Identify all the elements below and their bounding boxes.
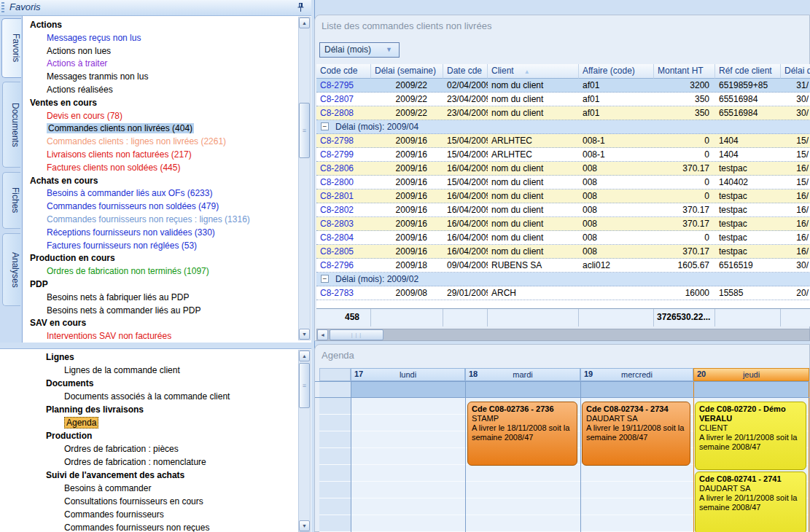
column-header-1[interactable]: Délai (semaine) [371,64,443,79]
agenda-event[interactable]: Cde C08-02720 - Démo VERALUCLIENTA livre… [695,402,806,470]
table-row[interactable]: C8-28042009/1616/04/2009nom du client008… [316,231,810,245]
tab-favoris[interactable]: Favoris [1,18,21,78]
table-row[interactable]: C8-28032009/1616/04/2009nom du client008… [316,217,810,231]
favorites-item[interactable]: Besoins nets à commander liés au PDP [23,305,311,318]
context-item[interactable]: Commandes fournisseurs non reçues [0,521,311,532]
favorites-item-label: Ventes en cours [30,98,97,108]
scrollbar-thumb[interactable] [299,363,310,408]
table-cell: 0 [654,231,715,244]
context-item-label: Commandes fournisseurs non reçues [64,523,209,532]
table-row[interactable]: C8-27832009/0829/01/2009ARCH160001558520… [316,286,810,300]
horizontal-splitter[interactable] [0,343,311,348]
agenda-event[interactable]: Cde C08-02736 - 2736STAMPA livrer le 18/… [467,402,577,466]
day-header-mardi[interactable]: 18mardi [465,368,580,381]
table-cell: C8-2796 [316,259,371,272]
scrollbar-thumb[interactable] [299,103,310,158]
table-row[interactable]: C8-27952009/2202/04/2009nom du clientaf0… [316,79,810,93]
table-row[interactable]: C8-27982009/1615/04/2009ARLHTEC008-10140… [316,134,810,148]
drag-grip[interactable] [1,2,4,13]
table-cell: 09/04/2009 [443,259,488,272]
agenda-event[interactable]: Cde C08-02741 - 2741DAUDART SAA livrer l… [695,472,806,532]
favorites-item[interactable]: Actions réalisées [23,84,311,97]
table-row[interactable]: C8-28082009/2223/04/2009nom du clientaf0… [316,106,810,120]
day-header-mercredi[interactable]: 19mercredi [580,368,693,381]
allday-cell-mercredi[interactable] [580,382,693,397]
table-row[interactable]: C8-28062009/1616/04/2009nom du client008… [316,162,810,176]
table-row[interactable]: C8-27962009/1809/04/2009RUBENS SAacli012… [316,259,810,273]
table-header-row: Code cdeDélai (semaine)Date cdeClient▲Af… [316,64,810,79]
favorites-item[interactable]: Actions à traiter [23,58,311,71]
favorites-item[interactable]: Factures clients non soldées (445) [23,162,311,175]
allday-cell-lundi[interactable] [351,382,465,397]
allday-cell-jeudi[interactable] [693,382,809,397]
pin-icon[interactable] [296,2,305,13]
scroll-down-icon[interactable]: ▼ [299,520,310,531]
context-item[interactable]: Documents associés à la commande client [0,390,311,403]
favorites-item[interactable]: Besoins à commander liés aux OFs (6233) [23,187,311,200]
favorites-item-label: Devis en cours (78) [47,111,122,121]
table-row[interactable]: C8-28052009/1616/04/2009nom du client008… [316,245,810,259]
collapse-icon[interactable]: − [321,275,329,283]
table-row[interactable]: C8-28072009/2223/04/2009nom du clientaf0… [316,93,810,106]
column-header-7[interactable]: Délai de [781,64,810,79]
column-header-5[interactable]: Montant HT [654,64,715,79]
event-note: A livrer le 20/11/2008 soit la semaine 2… [699,433,802,452]
favorites-item[interactable]: Actions non lues [23,45,311,58]
favorites-item[interactable]: Livraisons clients non facturées (217) [23,149,311,162]
table-cell: 2009/16 [371,245,443,258]
tab-analyses[interactable]: Analyses [2,233,20,306]
day-header-lundi[interactable]: 17lundi [351,368,465,381]
tab-documents[interactable]: Documents [2,82,20,168]
favorites-item[interactable]: Factures fournisseurs non réglées (53) [23,240,311,253]
favorites-item[interactable]: Ordres de fabrication non terminés (1097… [23,265,311,278]
context-item[interactable]: Ordres de fabrication : pièces [0,442,311,455]
table-group-row[interactable]: −Délai (mois): 2009/02 [316,273,810,286]
favorites-item[interactable]: Interventions SAV non facturées [23,330,311,343]
table-cell: 1404 [715,148,781,161]
collapse-icon[interactable]: − [321,122,329,130]
favorites-item[interactable]: Messages reçus non lus [23,32,311,45]
favorites-item[interactable]: Devis en cours (78) [23,110,311,123]
scrollbar-thumb[interactable] [330,329,383,340]
favorites-item[interactable]: Messages tranmis non lus [23,71,311,84]
column-header-4[interactable]: Affaire (code) [579,64,654,79]
table-row[interactable]: C8-27992009/1615/04/2009ARLHTEC008-10140… [316,148,810,162]
context-item[interactable]: Lignes de la commande client [0,364,311,377]
favorites-item[interactable]: Besoins nets à fabriquer liés au PDP [23,292,311,305]
table-row[interactable]: C8-28012009/1616/04/2009nom du client008… [316,189,810,203]
group-by-dropdown[interactable]: Délai (mois) ▼ [319,42,400,58]
context-item[interactable]: Agenda [0,416,311,429]
column-header-2[interactable]: Date cde [443,64,488,79]
context-item[interactable]: Ordres de fabrication : nomenclature [0,455,311,469]
day-column-lundi[interactable] [351,398,465,532]
table-row[interactable]: C8-28002009/1615/04/2009nom du client008… [316,176,810,189]
scroll-up-icon[interactable]: ▲ [299,17,310,28]
scroll-up-icon[interactable]: ▲ [299,351,310,361]
favorites-item[interactable]: Commandes fournisseurs non soldées (479) [23,200,311,214]
agenda-event[interactable]: Cde C08-02734 - 2734DAUDART SAA livrer l… [582,402,690,466]
allday-cell-mardi[interactable] [465,382,580,397]
day-header-jeudi[interactable]: 20jeudi [693,368,809,381]
context-item[interactable]: Besoins à commander [0,482,311,495]
table-group-row[interactable]: −Délai (mois): 2009/04 [316,120,810,134]
column-header-0[interactable]: Code cde [316,64,371,79]
column-header-6[interactable]: Réf cde client [715,64,781,79]
favorites-item-label: Production en cours [30,253,115,263]
favorites-item[interactable]: Commandes clients non livrées (404) [23,122,311,136]
context-item[interactable]: Consultations fournisseurs en cours [0,495,311,508]
favorites-item[interactable]: Commandes clients : lignes non livrées (… [23,136,311,149]
event-title: Cde C08-02741 - 2741 [699,474,802,484]
group-row-label: Délai (mois): 2009/04 [335,120,418,133]
scroll-left-icon[interactable]: ◄ [317,329,328,340]
footer-cell: 3726530.22... [654,309,715,326]
context-item[interactable]: Commandes fournisseurs [0,508,311,521]
column-header-3[interactable]: Client▲ [488,64,579,79]
favorites-item[interactable]: Réceptions fournisseurs non validées (33… [23,227,311,240]
favorites-item[interactable]: Commandes fournisseurs non reçues : lign… [23,214,311,227]
favorites-scrollbar[interactable]: ▲ ▼ [298,17,311,340]
table-horizontal-scrollbar[interactable]: ◄ [316,329,810,341]
table-row[interactable]: C8-28022009/1616/04/2009nom du client008… [316,203,810,217]
context-scrollbar[interactable]: ▲ ▼ [298,350,311,532]
scroll-down-icon[interactable]: ▼ [299,329,310,340]
tab-fiches[interactable]: Fiches [2,172,20,229]
